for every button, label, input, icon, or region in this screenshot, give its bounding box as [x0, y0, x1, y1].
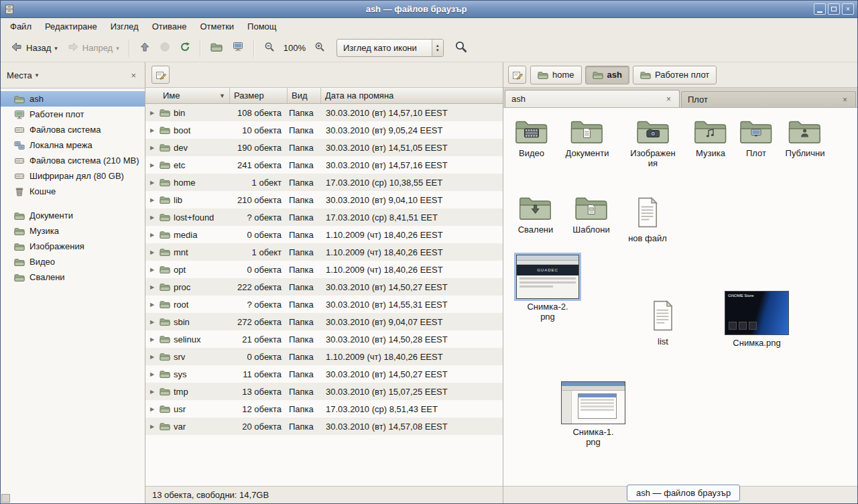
icon-view-item[interactable]: GUADECСнимка-2.png	[516, 255, 579, 322]
file-row[interactable]: ▶srv0 обектаПапка1.10.2009 (чт) 18,40,26…	[145, 348, 503, 365]
close-button[interactable]: ×	[842, 3, 854, 15]
column-header[interactable]: Име▼	[145, 88, 230, 103]
icon-view-item[interactable]: Шаблони	[572, 195, 609, 235]
expander-icon[interactable]: ▶	[150, 354, 156, 360]
column-header[interactable]: Размер	[230, 88, 288, 103]
file-row[interactable]: ▶media0 обектаПапка1.10.2009 (чт) 18,40,…	[145, 226, 503, 243]
forward-button[interactable]: Напред ▾	[62, 38, 124, 58]
sidebar-item[interactable]: Локална мрежа	[1, 137, 145, 153]
titlebar[interactable]: ash — файлов браузър ×	[1, 1, 857, 18]
resize-grip[interactable]	[1, 494, 10, 503]
icon-view-item[interactable]: Плот	[739, 119, 773, 159]
file-row[interactable]: ▶mnt1 обектПапка1.10.2009 (чт) 18,40,26 …	[145, 243, 503, 261]
home-button[interactable]	[206, 38, 227, 58]
location-toggle-button[interactable]	[508, 66, 526, 84]
file-row[interactable]: ▶lib210 обектаПапка30.03.2010 (вт) 9,04,…	[145, 191, 503, 208]
sidebar-item[interactable]: Файлова система (210 MB)	[1, 153, 145, 168]
column-header[interactable]: Вид	[288, 88, 321, 103]
icon-view-item[interactable]: Свалени	[518, 195, 554, 235]
expander-icon[interactable]: ▶	[150, 249, 156, 255]
column-header[interactable]: Дата на промяна	[321, 88, 503, 103]
expander-icon[interactable]: ▶	[150, 284, 156, 290]
sidebar-item[interactable]: Файлова система	[1, 122, 145, 137]
back-button[interactable]: Назад ▾	[6, 38, 62, 58]
sidebar-close-icon[interactable]: ×	[128, 69, 139, 82]
menu-item-2[interactable]: Изглед	[104, 19, 145, 34]
file-row[interactable]: ▶var20 обектаПапка30.03.2010 (вт) 14,57,…	[145, 418, 503, 435]
sidebar-mode-chevron-icon[interactable]: ▾	[36, 72, 39, 78]
file-row[interactable]: ▶usr12 обектаПапка17.03.2010 (ср) 8,51,4…	[145, 400, 503, 418]
minimize-button[interactable]	[814, 3, 826, 15]
icon-view-item[interactable]: Публични	[786, 119, 825, 159]
menu-item-3[interactable]: Отиване	[145, 19, 194, 34]
menu-item-5[interactable]: Помощ	[241, 19, 283, 34]
zoom-out-button[interactable]	[259, 38, 280, 58]
path-button[interactable]: ash	[585, 66, 629, 84]
path-button[interactable]: Работен плот	[633, 66, 717, 84]
view-mode-select[interactable]: Изглед като икони ▲▼	[336, 39, 444, 57]
expander-icon[interactable]: ▶	[150, 232, 156, 238]
sidebar-item[interactable]: Изображения	[1, 239, 145, 254]
icon-view-item[interactable]: GNOME StoreСнимка.png	[725, 291, 789, 349]
file-row[interactable]: ▶root? обектаПапка30.03.2010 (вт) 14,55,…	[145, 296, 503, 313]
sidebar-item[interactable]: Музика	[1, 223, 145, 239]
expander-icon[interactable]: ▶	[150, 197, 156, 203]
file-row[interactable]: ▶etc241 обектаПапка30.03.2010 (вт) 14,57…	[145, 156, 503, 174]
search-button[interactable]	[452, 38, 471, 58]
up-button[interactable]	[135, 38, 155, 58]
menu-item-1[interactable]: Редактиране	[38, 19, 104, 34]
file-row[interactable]: ▶home1 обектПапка17.03.2010 (ср) 10,38,5…	[145, 174, 503, 191]
icon-view-item[interactable]: list	[650, 300, 676, 347]
icon-view-item[interactable]: Документи	[566, 119, 609, 159]
expander-icon[interactable]: ▶	[150, 302, 156, 308]
stop-button[interactable]	[155, 38, 175, 58]
expander-icon[interactable]: ▶	[150, 180, 156, 186]
expander-icon[interactable]: ▶	[150, 319, 156, 325]
file-row[interactable]: ▶bin108 обектаПапка30.03.2010 (вт) 14,57…	[145, 104, 503, 121]
reload-button[interactable]	[175, 38, 195, 58]
file-row[interactable]: ▶proc222 обектаПапка30.03.2010 (вт) 14,5…	[145, 278, 503, 296]
sidebar-item[interactable]: Документи	[1, 208, 145, 223]
sidebar-item[interactable]: ash	[1, 91, 145, 107]
file-row[interactable]: ▶sbin272 обектаПапка30.03.2010 (вт) 9,04…	[145, 313, 503, 330]
file-row[interactable]: ▶tmp13 обектаПапка30.03.2010 (вт) 15,07,…	[145, 383, 503, 400]
location-toggle-button[interactable]	[151, 66, 170, 84]
tab-close-icon[interactable]: ×	[841, 94, 849, 105]
sidebar-item[interactable]: Работен плот	[1, 107, 145, 122]
expander-icon[interactable]: ▶	[150, 267, 156, 273]
path-button[interactable]: home	[530, 66, 582, 84]
menu-item-4[interactable]: Отметки	[193, 19, 241, 34]
menu-item-0[interactable]: Файл	[3, 19, 38, 34]
file-row[interactable]: ▶dev190 обектаПапка30.03.2010 (вт) 14,51…	[145, 139, 503, 156]
icon-view-item[interactable]: Снимка-1.png	[561, 381, 625, 448]
sidebar-item[interactable]: Кошче	[1, 184, 145, 199]
expander-icon[interactable]: ▶	[150, 214, 156, 220]
sidebar-item[interactable]: Свалени	[1, 269, 145, 285]
file-row[interactable]: ▶sys11 обектаПапка30.03.2010 (вт) 14,50,…	[145, 365, 503, 383]
file-row[interactable]: ▶lost+found? обектаПапка17.03.2010 (ср) …	[145, 208, 503, 226]
sidebar-item[interactable]: Видео	[1, 254, 145, 269]
expander-icon[interactable]: ▶	[150, 406, 156, 412]
file-row[interactable]: ▶selinux21 обектаПапка30.03.2010 (вт) 14…	[145, 330, 503, 348]
file-row[interactable]: ▶boot10 обектаПапка30.03.2010 (вт) 9,05,…	[145, 121, 503, 139]
tab[interactable]: ash×	[505, 90, 680, 107]
expander-icon[interactable]: ▶	[150, 424, 156, 430]
icon-view-item[interactable]: Видео	[515, 119, 548, 159]
icon-view-item[interactable]: нов файл	[628, 196, 667, 244]
tab[interactable]: Плот×	[681, 91, 856, 107]
expander-icon[interactable]: ▶	[150, 371, 156, 377]
file-row[interactable]: ▶opt0 обектаПапка1.10.2009 (чт) 18,40,26…	[145, 261, 503, 278]
back-history-chevron-icon[interactable]: ▾	[54, 45, 58, 52]
expander-icon[interactable]: ▶	[150, 127, 156, 133]
zoom-in-button[interactable]	[310, 38, 330, 58]
expander-icon[interactable]: ▶	[150, 145, 156, 151]
sidebar-item[interactable]: Шифриран дял (80 GB)	[1, 168, 145, 184]
combo-spinner-icon[interactable]: ▲▼	[432, 40, 443, 56]
expander-icon[interactable]: ▶	[150, 110, 156, 116]
computer-button[interactable]	[227, 38, 249, 58]
expander-icon[interactable]: ▶	[150, 336, 156, 342]
tab-close-icon[interactable]: ×	[664, 94, 673, 105]
icon-view-item[interactable]: Музика	[694, 119, 727, 159]
icon-view-item[interactable]: Изображения	[630, 119, 675, 169]
expander-icon[interactable]: ▶	[150, 389, 156, 395]
